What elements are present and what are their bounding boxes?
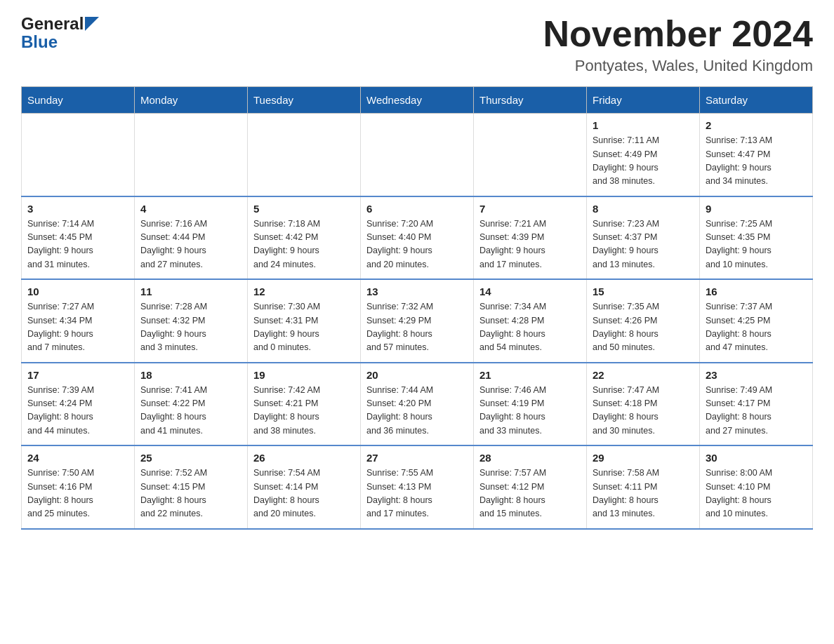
calendar-day-cell: 30Sunrise: 8:00 AMSunset: 4:10 PMDayligh… bbox=[700, 445, 813, 529]
day-info: Sunrise: 7:58 AMSunset: 4:11 PMDaylight:… bbox=[593, 467, 694, 521]
calendar-day-cell: 13Sunrise: 7:32 AMSunset: 4:29 PMDayligh… bbox=[361, 279, 474, 363]
calendar-week-row: 17Sunrise: 7:39 AMSunset: 4:24 PMDayligh… bbox=[22, 363, 813, 446]
calendar-day-cell: 8Sunrise: 7:23 AMSunset: 4:37 PMDaylight… bbox=[587, 196, 700, 280]
day-info: Sunrise: 7:21 AMSunset: 4:39 PMDaylight:… bbox=[479, 217, 581, 272]
day-number: 22 bbox=[593, 369, 694, 381]
day-number: 25 bbox=[140, 452, 241, 464]
day-of-week-header: Monday bbox=[135, 87, 248, 114]
day-info: Sunrise: 7:49 AMSunset: 4:17 PMDaylight:… bbox=[706, 384, 807, 438]
calendar-day-cell: 26Sunrise: 7:54 AMSunset: 4:14 PMDayligh… bbox=[248, 445, 361, 529]
calendar-day-cell: 1Sunrise: 7:11 AMSunset: 4:49 PMDaylight… bbox=[587, 114, 700, 196]
day-info: Sunrise: 7:55 AMSunset: 4:13 PMDaylight:… bbox=[366, 467, 468, 521]
calendar-day-cell: 28Sunrise: 7:57 AMSunset: 4:12 PMDayligh… bbox=[474, 445, 587, 529]
calendar-day-cell: 4Sunrise: 7:16 AMSunset: 4:44 PMDaylight… bbox=[135, 196, 248, 280]
day-number: 8 bbox=[593, 203, 694, 215]
day-info: Sunrise: 7:23 AMSunset: 4:37 PMDaylight:… bbox=[593, 217, 694, 272]
day-number: 30 bbox=[706, 452, 807, 464]
calendar-day-cell: 18Sunrise: 7:41 AMSunset: 4:22 PMDayligh… bbox=[135, 363, 248, 446]
logo-general-text: General bbox=[21, 14, 84, 34]
calendar-week-row: 1Sunrise: 7:11 AMSunset: 4:49 PMDaylight… bbox=[22, 114, 813, 196]
day-number: 26 bbox=[253, 452, 355, 464]
day-info: Sunrise: 7:30 AMSunset: 4:31 PMDaylight:… bbox=[253, 300, 355, 355]
calendar-week-row: 10Sunrise: 7:27 AMSunset: 4:34 PMDayligh… bbox=[22, 279, 813, 363]
calendar-day-cell: 7Sunrise: 7:21 AMSunset: 4:39 PMDaylight… bbox=[474, 196, 587, 280]
day-number: 12 bbox=[253, 286, 355, 297]
day-number: 2 bbox=[706, 119, 807, 131]
day-info: Sunrise: 7:37 AMSunset: 4:25 PMDaylight:… bbox=[706, 300, 807, 355]
day-number: 6 bbox=[366, 203, 468, 215]
logo: General Blue bbox=[21, 14, 99, 52]
calendar-day-cell: 3Sunrise: 7:14 AMSunset: 4:45 PMDaylight… bbox=[22, 196, 135, 280]
calendar-day-cell: 11Sunrise: 7:28 AMSunset: 4:32 PMDayligh… bbox=[135, 279, 248, 363]
calendar-day-cell bbox=[474, 114, 587, 196]
day-number: 5 bbox=[253, 203, 355, 215]
svg-marker-0 bbox=[85, 17, 99, 31]
calendar-day-cell bbox=[135, 114, 248, 196]
day-info: Sunrise: 7:27 AMSunset: 4:34 PMDaylight:… bbox=[27, 300, 128, 355]
calendar-day-cell: 16Sunrise: 7:37 AMSunset: 4:25 PMDayligh… bbox=[700, 279, 813, 363]
day-number: 27 bbox=[366, 452, 468, 464]
calendar-table: SundayMondayTuesdayWednesdayThursdayFrid… bbox=[21, 86, 813, 530]
day-number: 14 bbox=[479, 286, 581, 297]
day-number: 21 bbox=[479, 369, 581, 381]
day-of-week-header: Wednesday bbox=[361, 87, 474, 114]
day-number: 18 bbox=[140, 369, 241, 381]
day-number: 13 bbox=[366, 286, 468, 297]
day-of-week-header: Sunday bbox=[22, 87, 135, 114]
day-info: Sunrise: 7:13 AMSunset: 4:47 PMDaylight:… bbox=[706, 134, 807, 189]
calendar-day-cell: 24Sunrise: 7:50 AMSunset: 4:16 PMDayligh… bbox=[22, 445, 135, 529]
day-info: Sunrise: 7:16 AMSunset: 4:44 PMDaylight:… bbox=[140, 217, 241, 272]
page-header: General Blue November 2024 Pontyates, Wa… bbox=[21, 14, 813, 75]
calendar-day-cell bbox=[361, 114, 474, 196]
calendar-day-cell: 23Sunrise: 7:49 AMSunset: 4:17 PMDayligh… bbox=[700, 363, 813, 446]
calendar-day-cell: 10Sunrise: 7:27 AMSunset: 4:34 PMDayligh… bbox=[22, 279, 135, 363]
calendar-week-row: 3Sunrise: 7:14 AMSunset: 4:45 PMDaylight… bbox=[22, 196, 813, 280]
day-info: Sunrise: 7:50 AMSunset: 4:16 PMDaylight:… bbox=[27, 467, 128, 521]
day-info: Sunrise: 7:47 AMSunset: 4:18 PMDaylight:… bbox=[593, 384, 694, 438]
calendar-title: November 2024 bbox=[543, 14, 813, 54]
day-number: 3 bbox=[27, 203, 128, 215]
day-info: Sunrise: 7:20 AMSunset: 4:40 PMDaylight:… bbox=[366, 217, 468, 272]
day-number: 19 bbox=[253, 369, 355, 381]
calendar-day-cell: 14Sunrise: 7:34 AMSunset: 4:28 PMDayligh… bbox=[474, 279, 587, 363]
day-info: Sunrise: 7:14 AMSunset: 4:45 PMDaylight:… bbox=[27, 217, 128, 272]
day-info: Sunrise: 7:54 AMSunset: 4:14 PMDaylight:… bbox=[253, 467, 355, 521]
day-number: 23 bbox=[706, 369, 807, 381]
day-number: 10 bbox=[27, 286, 128, 297]
day-of-week-header: Saturday bbox=[700, 87, 813, 114]
day-number: 1 bbox=[593, 119, 694, 131]
calendar-day-cell: 5Sunrise: 7:18 AMSunset: 4:42 PMDaylight… bbox=[248, 196, 361, 280]
day-info: Sunrise: 7:46 AMSunset: 4:19 PMDaylight:… bbox=[479, 384, 581, 438]
day-info: Sunrise: 7:18 AMSunset: 4:42 PMDaylight:… bbox=[253, 217, 355, 272]
day-info: Sunrise: 7:35 AMSunset: 4:26 PMDaylight:… bbox=[593, 300, 694, 355]
day-number: 16 bbox=[706, 286, 807, 297]
day-info: Sunrise: 8:00 AMSunset: 4:10 PMDaylight:… bbox=[706, 467, 807, 521]
calendar-day-cell: 2Sunrise: 7:13 AMSunset: 4:47 PMDaylight… bbox=[700, 114, 813, 196]
day-number: 15 bbox=[593, 286, 694, 297]
calendar-subtitle: Pontyates, Wales, United Kingdom bbox=[543, 57, 813, 75]
calendar-day-cell: 22Sunrise: 7:47 AMSunset: 4:18 PMDayligh… bbox=[587, 363, 700, 446]
day-info: Sunrise: 7:25 AMSunset: 4:35 PMDaylight:… bbox=[706, 217, 807, 272]
calendar-day-cell: 6Sunrise: 7:20 AMSunset: 4:40 PMDaylight… bbox=[361, 196, 474, 280]
day-number: 17 bbox=[27, 369, 128, 381]
day-number: 7 bbox=[479, 203, 581, 215]
calendar-day-cell: 12Sunrise: 7:30 AMSunset: 4:31 PMDayligh… bbox=[248, 279, 361, 363]
day-number: 9 bbox=[706, 203, 807, 215]
calendar-day-cell: 25Sunrise: 7:52 AMSunset: 4:15 PMDayligh… bbox=[135, 445, 248, 529]
day-number: 4 bbox=[140, 203, 241, 215]
day-info: Sunrise: 7:34 AMSunset: 4:28 PMDaylight:… bbox=[479, 300, 581, 355]
calendar-day-cell: 29Sunrise: 7:58 AMSunset: 4:11 PMDayligh… bbox=[587, 445, 700, 529]
day-number: 20 bbox=[366, 369, 468, 381]
day-of-week-header: Friday bbox=[587, 87, 700, 114]
day-number: 11 bbox=[140, 286, 241, 297]
calendar-day-cell: 9Sunrise: 7:25 AMSunset: 4:35 PMDaylight… bbox=[700, 196, 813, 280]
day-info: Sunrise: 7:42 AMSunset: 4:21 PMDaylight:… bbox=[253, 384, 355, 438]
day-info: Sunrise: 7:57 AMSunset: 4:12 PMDaylight:… bbox=[479, 467, 581, 521]
calendar-header-row: SundayMondayTuesdayWednesdayThursdayFrid… bbox=[22, 87, 813, 114]
calendar-day-cell: 17Sunrise: 7:39 AMSunset: 4:24 PMDayligh… bbox=[22, 363, 135, 446]
calendar-week-row: 24Sunrise: 7:50 AMSunset: 4:16 PMDayligh… bbox=[22, 445, 813, 529]
logo-arrow-icon bbox=[84, 14, 99, 34]
calendar-day-cell: 27Sunrise: 7:55 AMSunset: 4:13 PMDayligh… bbox=[361, 445, 474, 529]
day-info: Sunrise: 7:28 AMSunset: 4:32 PMDaylight:… bbox=[140, 300, 241, 355]
day-number: 28 bbox=[479, 452, 581, 464]
